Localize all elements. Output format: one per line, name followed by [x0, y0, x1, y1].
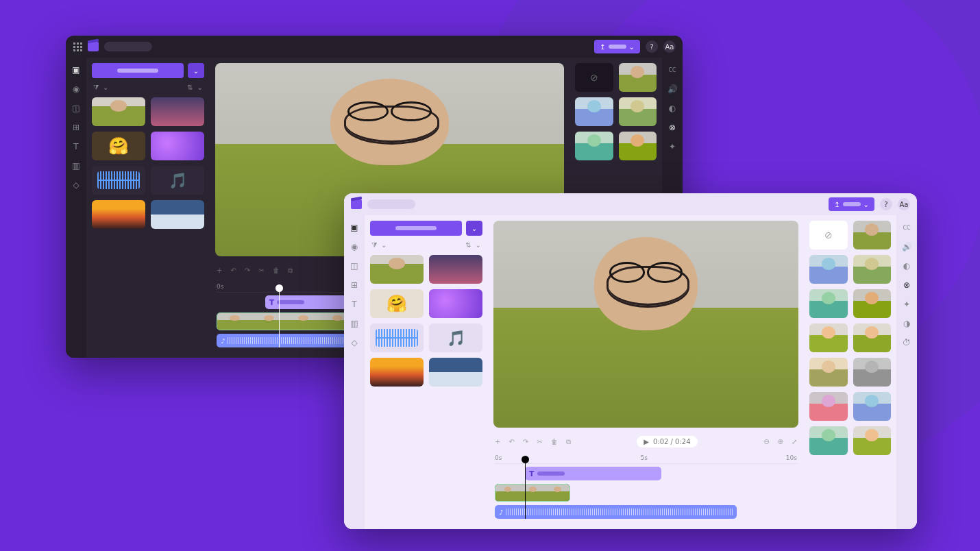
media-thumb[interactable]: 🤗	[92, 132, 145, 160]
app-logo-icon[interactable]	[88, 42, 99, 51]
filter-tile[interactable]	[619, 97, 657, 126]
media-thumb[interactable]	[151, 132, 204, 160]
rail-overlay[interactable]: ◫	[349, 260, 360, 271]
rail-templates[interactable]: ⊞	[71, 122, 82, 133]
filter-tile[interactable]	[853, 426, 892, 455]
rail-brand[interactable]: ◇	[349, 337, 360, 348]
filter-tile[interactable]	[853, 323, 892, 352]
filter-tile[interactable]	[809, 392, 848, 421]
rail-speed[interactable]: ⏱	[901, 337, 912, 348]
media-thumb[interactable]	[92, 200, 145, 229]
project-title[interactable]	[367, 199, 415, 209]
filter-tile[interactable]	[575, 97, 613, 126]
filter-tile[interactable]	[853, 358, 892, 387]
filter-tile[interactable]	[809, 358, 848, 387]
media-thumb[interactable]	[370, 323, 424, 352]
rail-color[interactable]: ◐	[667, 103, 678, 114]
rail-media[interactable]: ▣	[349, 222, 360, 233]
rail-color[interactable]: ◐	[901, 260, 912, 271]
zoom-out-button[interactable]: ⊖	[763, 438, 769, 445]
rail-text[interactable]: T	[349, 299, 360, 310]
filter-none[interactable]: ⊘	[809, 221, 848, 249]
delete-button[interactable]: 🗑	[551, 438, 558, 445]
media-thumb[interactable]: 🎵	[151, 166, 204, 195]
media-thumb[interactable]	[151, 200, 204, 229]
rail-audio[interactable]: 🔊	[901, 241, 912, 252]
filter-tile[interactable]	[575, 132, 613, 160]
text-settings-button[interactable]: Aa	[898, 198, 910, 210]
media-thumb[interactable]	[429, 255, 482, 284]
media-thumb[interactable]: 🤗	[370, 289, 424, 318]
filter-tile[interactable]	[619, 132, 657, 160]
fit-button[interactable]: ⤢	[792, 438, 797, 445]
split-button[interactable]: ✂	[537, 438, 542, 445]
sort-icon[interactable]: ⇅	[187, 84, 193, 92]
app-launcher-icon[interactable]	[73, 42, 82, 51]
app-logo-icon[interactable]	[351, 199, 362, 209]
help-button[interactable]: ?	[646, 40, 658, 53]
rail-adjust[interactable]: ◑	[901, 318, 912, 329]
copy-button[interactable]: ⧉	[288, 267, 293, 275]
media-thumb[interactable]	[370, 358, 424, 387]
rail-media[interactable]: ▣	[71, 64, 82, 75]
video-clip[interactable]	[217, 313, 355, 330]
timeline[interactable]: 0s 5s 10s T	[488, 450, 804, 529]
filter-icon[interactable]: ⧩	[371, 241, 377, 249]
filter-tile[interactable]	[809, 426, 848, 455]
rail-effects[interactable]: ✦	[667, 141, 678, 152]
rail-text[interactable]: T	[71, 141, 82, 152]
rail-filters[interactable]: ⊗	[667, 122, 678, 133]
import-media-button[interactable]	[370, 221, 462, 236]
import-media-button[interactable]	[92, 63, 184, 78]
rail-effects[interactable]: ✦	[901, 299, 912, 310]
video-clip[interactable]	[495, 484, 570, 502]
project-title[interactable]	[104, 42, 152, 51]
media-thumb[interactable]	[370, 255, 424, 284]
rail-record[interactable]: ◉	[349, 241, 360, 252]
text-clip[interactable]: T	[525, 467, 661, 480]
filter-tile[interactable]	[809, 289, 848, 318]
import-dropdown[interactable]: ⌄	[188, 63, 204, 78]
rail-transitions[interactable]: ▥	[349, 318, 360, 329]
undo-button[interactable]: ↶	[509, 438, 514, 445]
filter-tile[interactable]	[853, 221, 892, 249]
audio-clip[interactable]	[495, 505, 737, 519]
media-thumb[interactable]	[92, 97, 145, 126]
add-icon[interactable]: +	[217, 267, 222, 274]
playhead[interactable]	[525, 457, 526, 519]
rail-record[interactable]: ◉	[71, 84, 82, 95]
redo-button[interactable]: ↷	[523, 438, 528, 445]
delete-button[interactable]: 🗑	[273, 267, 280, 274]
media-thumb[interactable]: 🎵	[429, 323, 482, 352]
split-button[interactable]: ✂	[258, 267, 264, 274]
playhead[interactable]	[279, 286, 280, 347]
filter-icon[interactable]: ⧩	[93, 84, 99, 92]
import-dropdown[interactable]: ⌄	[466, 221, 482, 236]
export-button[interactable]: ↥⌄	[829, 197, 874, 211]
add-icon[interactable]: +	[495, 438, 500, 445]
media-thumb[interactable]	[151, 97, 204, 126]
help-button[interactable]: ?	[880, 198, 892, 210]
undo-button[interactable]: ↶	[230, 267, 236, 274]
filter-tile[interactable]	[809, 255, 848, 284]
text-settings-button[interactable]: Aa	[663, 40, 676, 53]
video-preview[interactable]	[493, 221, 798, 428]
redo-button[interactable]: ↷	[245, 267, 250, 274]
rail-audio[interactable]: 🔊	[667, 84, 678, 95]
rail-filters[interactable]: ⊗	[901, 280, 912, 291]
rail-transitions[interactable]: ▥	[71, 160, 82, 171]
export-button[interactable]: ↥⌄	[594, 40, 640, 53]
media-thumb[interactable]	[429, 289, 482, 318]
copy-button[interactable]: ⧉	[566, 438, 571, 446]
rail-captions[interactable]: CC	[667, 64, 678, 75]
filter-tile[interactable]	[619, 63, 657, 92]
rail-brand[interactable]: ◇	[71, 180, 82, 191]
filter-tile[interactable]	[853, 392, 892, 421]
media-thumb[interactable]	[429, 358, 482, 387]
filter-none[interactable]: ⊘	[575, 63, 613, 92]
rail-templates[interactable]: ⊞	[349, 280, 360, 291]
rail-captions[interactable]: CC	[901, 222, 912, 233]
rail-overlay[interactable]: ◫	[71, 103, 82, 114]
playback-control[interactable]: ▶0:02 / 0:24	[637, 436, 697, 448]
filter-tile[interactable]	[853, 289, 892, 318]
